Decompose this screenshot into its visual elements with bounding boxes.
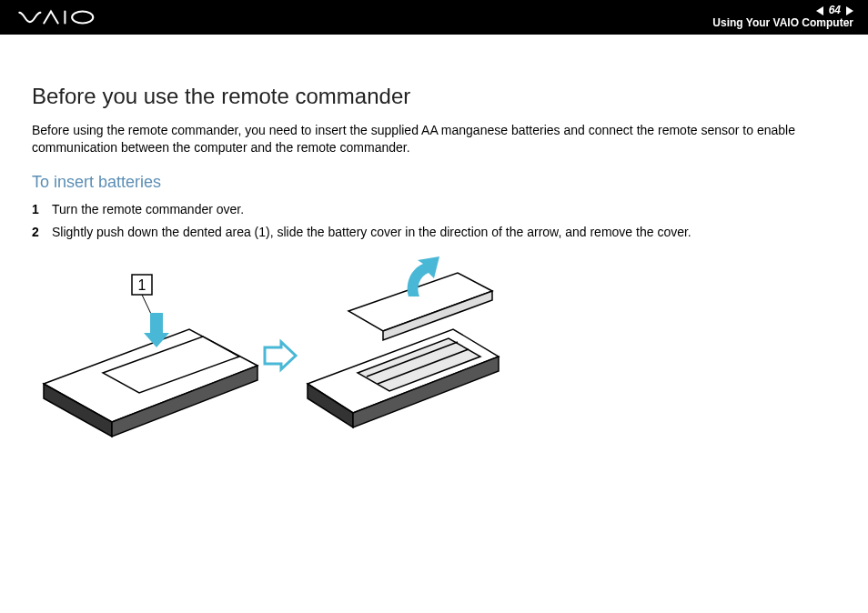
step-text: Slightly push down the dented area (1), …	[52, 224, 691, 242]
prev-page-icon[interactable]	[816, 6, 823, 15]
battery-cover-figure: 1	[39, 256, 836, 460]
vaio-logo	[18, 9, 112, 25]
figure-callout-number: 1	[138, 277, 146, 293]
section-label: Using Your VAIO Computer	[712, 17, 853, 30]
remote-right	[308, 329, 499, 427]
subsection-title: To insert batteries	[32, 173, 836, 192]
step-item: Turn the remote commander over.	[32, 201, 836, 219]
remote-left	[44, 329, 257, 437]
steps-list: Turn the remote commander over. Slightly…	[32, 201, 836, 242]
sequence-arrow-icon	[265, 342, 296, 369]
page-title: Before you use the remote commander	[32, 84, 836, 109]
header-bar: 64 Using Your VAIO Computer	[0, 0, 868, 35]
intro-paragraph: Before using the remote commander, you n…	[32, 122, 836, 156]
step-text: Turn the remote commander over.	[52, 201, 244, 219]
next-page-icon[interactable]	[846, 6, 853, 15]
svg-point-1	[72, 12, 93, 24]
page-content: Before you use the remote commander Befo…	[0, 35, 868, 460]
step-item: Slightly push down the dented area (1), …	[32, 224, 836, 242]
svg-marker-11	[265, 342, 296, 369]
page-navigation: 64	[712, 5, 853, 17]
svg-rect-8	[150, 313, 163, 333]
page-number: 64	[829, 5, 841, 17]
battery-cover	[348, 273, 492, 340]
